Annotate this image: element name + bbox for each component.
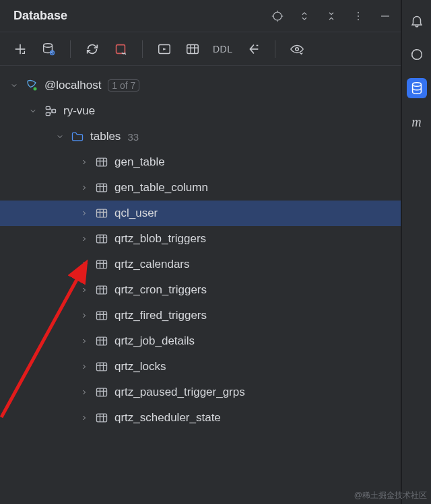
chevron-down-icon[interactable] xyxy=(9,81,19,90)
chevron-right-icon[interactable] xyxy=(79,183,89,192)
table-icon xyxy=(94,308,109,323)
svg-rect-28 xyxy=(46,113,50,116)
chevron-right-icon[interactable] xyxy=(79,260,89,269)
watermark: @稀土掘金技术社区 xyxy=(354,490,427,501)
title-bar: Database xyxy=(0,0,401,32)
svg-rect-48 xyxy=(97,260,107,268)
right-toolstrip: m xyxy=(401,0,431,504)
svg-point-11 xyxy=(44,43,53,47)
chevron-right-icon[interactable] xyxy=(79,285,89,295)
chevron-right-icon[interactable] xyxy=(79,157,89,167)
svg-rect-32 xyxy=(97,158,107,166)
table-icon xyxy=(94,257,109,272)
table-label: qrtz_cron_triggers xyxy=(114,283,207,297)
svg-rect-36 xyxy=(97,184,107,192)
tree-row-table[interactable]: qrtz_cron_triggers xyxy=(0,277,401,303)
svg-point-77 xyxy=(412,83,421,87)
svg-rect-15 xyxy=(117,44,125,53)
table-icon xyxy=(94,283,109,297)
table-label: gen_table_column xyxy=(114,181,208,194)
minimize-icon[interactable] xyxy=(379,10,391,22)
chevron-right-icon[interactable] xyxy=(79,388,89,397)
tree-row-table[interactable]: qrtz_blob_triggers xyxy=(0,226,401,252)
toolbar-separator xyxy=(142,40,143,58)
toolbar-separator xyxy=(70,40,71,58)
schema-label: ry-vue xyxy=(63,104,95,118)
table-label: gen_table xyxy=(114,155,165,169)
add-button[interactable] xyxy=(12,41,28,57)
chevron-right-icon[interactable] xyxy=(79,234,89,244)
tree-row-table[interactable]: qrtz_job_details xyxy=(0,328,401,354)
svg-rect-44 xyxy=(97,235,107,243)
expand-collapse-icon[interactable] xyxy=(298,10,310,22)
target-icon[interactable] xyxy=(271,10,284,22)
folder-count: 33 xyxy=(127,131,139,143)
navigate-button[interactable] xyxy=(245,41,261,57)
table-icon xyxy=(94,410,109,425)
chevron-right-icon[interactable] xyxy=(79,209,89,218)
svg-rect-19 xyxy=(187,44,199,53)
svg-point-25 xyxy=(295,47,298,50)
database-panel: Database xyxy=(0,0,401,504)
table-icon xyxy=(94,385,109,400)
datasource-label: @localhost xyxy=(44,79,101,92)
table-icon xyxy=(94,334,109,349)
chevron-down-icon[interactable] xyxy=(28,106,38,116)
panel-title: Database xyxy=(13,9,271,23)
chevron-down-icon[interactable] xyxy=(55,132,65,141)
tree-row-table[interactable]: qcl_user xyxy=(0,201,401,226)
table-view-button[interactable] xyxy=(185,41,201,57)
tree-row-table[interactable]: qrtz_calendars xyxy=(0,252,401,277)
stop-button[interactable] xyxy=(112,41,129,57)
svg-rect-52 xyxy=(97,286,107,294)
svg-rect-27 xyxy=(46,106,50,109)
datasource-properties-button[interactable] xyxy=(40,41,57,57)
svg-rect-40 xyxy=(97,209,107,217)
tree-row-datasource[interactable]: @localhost 1 of 7 xyxy=(0,73,401,98)
tree-row-table[interactable]: qrtz_paused_trigger_grps xyxy=(0,380,401,405)
tree-row-table[interactable]: gen_table_column xyxy=(0,175,401,201)
tree-row-table[interactable]: gen_table xyxy=(0,149,401,175)
svg-rect-29 xyxy=(53,110,56,113)
view-options-button[interactable] xyxy=(289,41,305,57)
notifications-icon[interactable] xyxy=(407,11,427,31)
chevron-right-icon[interactable] xyxy=(79,362,89,371)
chevron-right-icon[interactable] xyxy=(79,413,89,423)
table-icon xyxy=(94,155,109,170)
svg-point-7 xyxy=(358,19,359,20)
console-button[interactable] xyxy=(156,41,172,57)
svg-marker-18 xyxy=(163,48,166,50)
svg-rect-56 xyxy=(97,312,107,320)
table-label: qrtz_job_details xyxy=(114,334,195,348)
svg-rect-64 xyxy=(97,363,107,371)
table-label: qrtz_paused_trigger_grps xyxy=(114,386,245,399)
ddl-button[interactable]: DDL xyxy=(213,44,233,55)
svg-point-26 xyxy=(34,87,37,91)
svg-rect-68 xyxy=(97,388,107,396)
refresh-button[interactable] xyxy=(84,41,100,57)
chevron-right-icon[interactable] xyxy=(79,311,89,320)
schema-icon xyxy=(43,104,58,118)
svg-rect-72 xyxy=(97,414,107,422)
datasource-icon xyxy=(24,78,39,93)
tree-row-folder[interactable]: tables 33 xyxy=(0,124,401,149)
table-icon xyxy=(94,231,109,246)
maven-toolwindow-icon[interactable]: m xyxy=(407,112,427,132)
ai-assistant-icon[interactable] xyxy=(407,44,427,65)
svg-point-5 xyxy=(358,11,359,13)
svg-point-0 xyxy=(273,12,281,20)
tree-row-table[interactable]: qrtz_scheduler_state xyxy=(0,405,401,431)
table-label: qrtz_locks xyxy=(114,360,166,373)
table-label: qrtz_blob_triggers xyxy=(114,232,206,246)
tree-row-table[interactable]: qrtz_fired_triggers xyxy=(0,303,401,328)
table-icon xyxy=(94,180,109,195)
datasource-count: 1 of 7 xyxy=(108,79,139,92)
title-bar-actions xyxy=(271,10,391,22)
database-toolwindow-icon[interactable] xyxy=(407,78,427,98)
table-icon xyxy=(94,206,109,221)
collapse-all-icon[interactable] xyxy=(325,10,337,22)
chevron-right-icon[interactable] xyxy=(79,336,89,346)
tree-row-schema[interactable]: ry-vue xyxy=(0,98,401,124)
more-icon[interactable] xyxy=(352,10,364,22)
tree-row-table[interactable]: qrtz_locks xyxy=(0,354,401,380)
